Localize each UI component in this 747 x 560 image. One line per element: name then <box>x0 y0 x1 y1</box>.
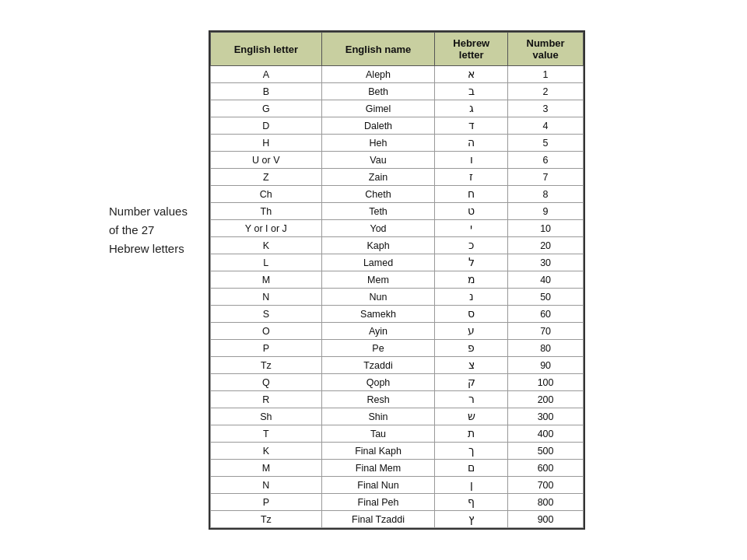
hebrew-letter-cell: ג <box>435 100 508 117</box>
number-value-cell: 700 <box>508 477 584 494</box>
table-row: KFinal Kaphך500 <box>211 443 584 460</box>
english-name-cell: Beth <box>321 83 435 100</box>
number-value-cell: 7 <box>508 169 584 186</box>
hebrew-letter-cell: ס <box>435 306 508 323</box>
english-name-cell: Daleth <box>321 117 435 135</box>
col-header-hebrew-letter: Hebrewletter <box>435 33 508 66</box>
hebrew-letter-cell: ב <box>435 83 508 100</box>
hebrew-letter-cell: ח <box>435 186 508 203</box>
english-name-cell: Final Nun <box>321 477 435 494</box>
table-header-row: English letter English name Hebrewletter… <box>211 33 584 66</box>
hebrew-letter-cell: י <box>435 220 508 237</box>
english-name-cell: Final Mem <box>321 460 435 477</box>
english-name-cell: Tzaddi <box>321 357 435 374</box>
number-value-cell: 10 <box>508 220 584 237</box>
table-row: ThTethט9 <box>211 203 584 220</box>
table-row: Y or I or JYodי10 <box>211 220 584 237</box>
english-letter-cell: K <box>211 237 322 254</box>
number-value-cell: 800 <box>508 494 584 511</box>
col-header-english-letter: English letter <box>211 33 322 66</box>
side-label-line1: Number values <box>109 205 188 218</box>
english-letter-cell: L <box>211 254 322 271</box>
number-value-cell: 1 <box>508 66 584 83</box>
number-value-cell: 600 <box>508 460 584 477</box>
hebrew-letter-cell: ז <box>435 169 508 186</box>
table-row: QQophק100 <box>211 374 584 391</box>
hebrew-letter-cell: מ <box>435 271 508 289</box>
table-row: TzFinal Tzaddiץ900 <box>211 511 584 528</box>
hebrew-letter-cell: ו <box>435 152 508 169</box>
number-value-cell: 70 <box>508 323 584 340</box>
english-letter-cell: Z <box>211 169 322 186</box>
number-value-cell: 100 <box>508 374 584 391</box>
table-row: MFinal Memם600 <box>211 460 584 477</box>
english-name-cell: Qoph <box>321 374 435 391</box>
english-name-cell: Teth <box>321 203 435 220</box>
table-row: NFinal Nunן700 <box>211 477 584 494</box>
hebrew-letter-cell: ם <box>435 460 508 477</box>
side-label-line3: Hebrew letters <box>109 242 184 255</box>
table-row: OAyinע70 <box>211 323 584 340</box>
english-name-cell: Aleph <box>321 66 435 83</box>
hebrew-letter-cell: נ <box>435 289 508 306</box>
number-value-cell: 5 <box>508 135 584 152</box>
english-name-cell: Shin <box>321 408 435 425</box>
hebrew-letter-cell: ט <box>435 203 508 220</box>
english-letter-cell: K <box>211 443 322 460</box>
hebrew-letter-cell: ף <box>435 494 508 511</box>
table-row: SSamekhס60 <box>211 306 584 323</box>
english-letter-cell: N <box>211 289 322 306</box>
hebrew-letter-cell: ד <box>435 117 508 135</box>
hebrew-letter-cell: ל <box>435 254 508 271</box>
table-row: HHehה5 <box>211 135 584 152</box>
number-value-cell: 400 <box>508 425 584 443</box>
hebrew-letter-cell: ש <box>435 408 508 425</box>
english-letter-cell: P <box>211 340 322 357</box>
hebrew-letter-cell: צ <box>435 357 508 374</box>
number-value-cell: 4 <box>508 117 584 135</box>
hebrew-letter-cell: ץ <box>435 511 508 528</box>
table-row: ZZainז7 <box>211 169 584 186</box>
number-value-cell: 60 <box>508 306 584 323</box>
english-name-cell: Resh <box>321 391 435 408</box>
hebrew-letter-cell: ן <box>435 477 508 494</box>
english-letter-cell: B <box>211 83 322 100</box>
table-row: AAlephא1 <box>211 66 584 83</box>
english-letter-cell: G <box>211 100 322 117</box>
hebrew-letter-cell: ה <box>435 135 508 152</box>
page-container: Number values of the 27 Hebrew letters E… <box>0 0 747 560</box>
english-letter-cell: O <box>211 323 322 340</box>
english-name-cell: Vau <box>321 152 435 169</box>
hebrew-letter-cell: פ <box>435 340 508 357</box>
table-row: U or VVauו6 <box>211 152 584 169</box>
table-row: RReshר200 <box>211 391 584 408</box>
english-letter-cell: R <box>211 391 322 408</box>
english-name-cell: Ayin <box>321 323 435 340</box>
table-row: KKaphכ20 <box>211 237 584 254</box>
number-value-cell: 3 <box>508 100 584 117</box>
hebrew-letter-cell: ך <box>435 443 508 460</box>
number-value-cell: 900 <box>508 511 584 528</box>
number-value-cell: 9 <box>508 203 584 220</box>
english-name-cell: Mem <box>321 271 435 289</box>
side-label: Number values of the 27 Hebrew letters <box>109 202 188 258</box>
table-row: LLamedל30 <box>211 254 584 271</box>
hebrew-letter-cell: ר <box>435 391 508 408</box>
english-letter-cell: H <box>211 135 322 152</box>
english-name-cell: Lamed <box>321 254 435 271</box>
english-letter-cell: Y or I or J <box>211 220 322 237</box>
english-letter-cell: Tz <box>211 511 322 528</box>
hebrew-letter-cell: כ <box>435 237 508 254</box>
english-name-cell: Final Tzaddi <box>321 511 435 528</box>
table-row: PPeפ80 <box>211 340 584 357</box>
hebrew-letter-cell: א <box>435 66 508 83</box>
english-letter-cell: M <box>211 460 322 477</box>
col-header-english-name: English name <box>321 33 435 66</box>
english-name-cell: Pe <box>321 340 435 357</box>
col-header-number-value: Numbervalue <box>508 33 584 66</box>
table-row: DDalethד4 <box>211 117 584 135</box>
side-label-line2: of the 27 <box>109 223 154 236</box>
number-value-cell: 90 <box>508 357 584 374</box>
number-value-cell: 50 <box>508 289 584 306</box>
english-letter-cell: Q <box>211 374 322 391</box>
